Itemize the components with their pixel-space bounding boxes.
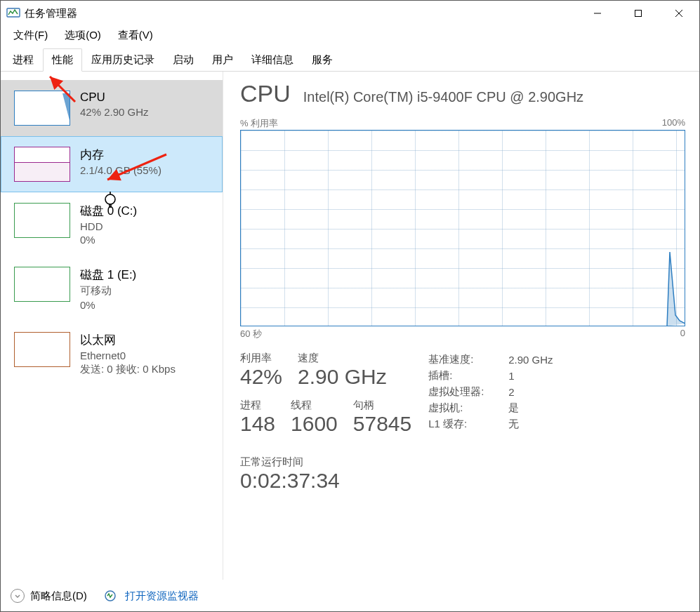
stat-speed-label: 速度 — [298, 352, 387, 365]
diske-sub: 可移动 — [80, 284, 215, 298]
k-vprocs: 虚拟处理器: — [428, 384, 498, 400]
sidebar-item-disk-c[interactable]: 磁盘 0 (C:) HDD 0% — [1, 192, 223, 256]
graph-ymax: 100% — [662, 117, 685, 130]
memory-thumb-chart — [14, 147, 70, 182]
graph-xmin: 60 秒 — [240, 328, 262, 340]
cpu-sub: 42% 2.90 GHz — [80, 106, 215, 118]
stat-threads-label: 线程 — [291, 399, 338, 412]
cpu-properties-table: 基准速度: 2.90 GHz 插槽: 1 虚拟处理器: 2 虚拟机: 是 L1 … — [428, 352, 555, 432]
graph-ylabel: % 利用率 — [240, 117, 278, 130]
minimize-button[interactable] — [577, 1, 618, 26]
v-vm: 是 — [498, 400, 555, 416]
close-button[interactable] — [659, 1, 699, 26]
menu-file[interactable]: 文件(F) — [11, 27, 51, 44]
diskc-sub: HDD — [80, 220, 215, 232]
v-vprocs: 2 — [498, 384, 555, 400]
sidebar-item-memory[interactable]: 内存 2.1/4.0 GB (55%) — [1, 136, 223, 192]
diskc-pct: 0% — [80, 234, 215, 246]
uptime-label: 正常运行时间 — [240, 455, 411, 469]
menubar: 文件(F) 选项(O) 查看(V) — [1, 26, 699, 48]
stat-threads-value: 1600 — [291, 412, 338, 436]
tab-row: 进程 性能 应用历史记录 启动 用户 详细信息 服务 — [1, 48, 699, 72]
open-resource-monitor-link[interactable]: 打开资源监视器 — [125, 590, 199, 603]
diskc-thumb-chart — [14, 203, 70, 238]
tab-processes[interactable]: 进程 — [4, 48, 43, 72]
detail-panel: CPU Intel(R) Core(TM) i5-9400F CPU @ 2.9… — [223, 72, 699, 580]
tab-users[interactable]: 用户 — [203, 48, 242, 72]
stat-handles-label: 句柄 — [353, 399, 411, 412]
memory-title: 内存 — [80, 147, 215, 163]
svg-point-5 — [105, 591, 115, 601]
chevron-down-icon[interactable] — [11, 589, 25, 603]
v-sockets: 1 — [498, 368, 555, 384]
tab-services[interactable]: 服务 — [303, 48, 342, 72]
main-area: CPU 42% 2.90 GHz 内存 2.1/4.0 GB (55%) 磁盘 … — [1, 72, 699, 580]
memory-sub: 2.1/4.0 GB (55%) — [80, 164, 215, 176]
stat-procs-value: 148 — [240, 412, 275, 436]
k-l1: L1 缓存: — [428, 416, 498, 432]
maximize-button[interactable] — [618, 1, 659, 26]
k-base-speed: 基准速度: — [428, 352, 498, 368]
app-icon — [6, 6, 20, 20]
sidebar-item-disk-e[interactable]: 磁盘 1 (E:) 可移动 0% — [1, 256, 223, 321]
eth-thumb-chart — [14, 332, 70, 367]
stat-util-label: 利用率 — [240, 352, 282, 365]
diske-title: 磁盘 1 (E:) — [80, 267, 215, 283]
eth-line3: 发送: 0 接收: 0 Kbps — [80, 363, 215, 376]
stat-handles-value: 57845 — [353, 412, 411, 436]
menu-options[interactable]: 选项(O) — [62, 27, 104, 44]
eth-sub: Ethernet0 — [80, 350, 215, 361]
v-base-speed: 2.90 GHz — [498, 352, 555, 368]
svg-rect-2 — [635, 11, 642, 17]
eth-title: 以太网 — [80, 332, 215, 348]
sidebar-item-ethernet[interactable]: 以太网 Ethernet0 发送: 0 接收: 0 Kbps — [1, 321, 223, 387]
footer: 简略信息(D) 打开资源监视器 — [1, 583, 699, 611]
diske-pct: 0% — [80, 299, 215, 311]
diske-thumb-chart — [14, 267, 70, 302]
stat-speed-value: 2.90 GHz — [298, 365, 387, 389]
window-controls — [577, 1, 699, 26]
tab-startup[interactable]: 启动 — [164, 48, 203, 72]
k-sockets: 插槽: — [428, 368, 498, 384]
sidebar-item-cpu[interactable]: CPU 42% 2.90 GHz — [1, 80, 223, 136]
tab-performance[interactable]: 性能 — [43, 48, 82, 72]
graph-xmax: 0 — [680, 328, 685, 340]
uptime-value: 0:02:37:34 — [240, 469, 411, 493]
window-title: 任务管理器 — [25, 7, 77, 20]
resmon-icon — [104, 590, 117, 602]
tab-app-history[interactable]: 应用历史记录 — [82, 48, 164, 72]
diskc-title: 磁盘 0 (C:) — [80, 203, 215, 219]
v-l1: 无 — [498, 416, 555, 432]
detail-heading: CPU — [240, 80, 291, 107]
menu-view[interactable]: 查看(V) — [115, 27, 156, 44]
cpu-title: CPU — [80, 91, 215, 105]
cpu-utilization-graph[interactable] — [240, 130, 685, 326]
cpu-model: Intel(R) Core(TM) i5-9400F CPU @ 2.90GHz — [303, 89, 583, 105]
tab-details[interactable]: 详细信息 — [242, 48, 303, 72]
cpu-thumb-chart — [14, 91, 70, 126]
stat-util-value: 42% — [240, 365, 282, 389]
k-vm: 虚拟机: — [428, 400, 498, 416]
stat-procs-label: 进程 — [240, 399, 275, 412]
simple-info-button[interactable]: 简略信息(D) — [30, 590, 87, 603]
resource-list: CPU 42% 2.90 GHz 内存 2.1/4.0 GB (55%) 磁盘 … — [1, 72, 223, 580]
titlebar: 任务管理器 — [1, 1, 699, 26]
